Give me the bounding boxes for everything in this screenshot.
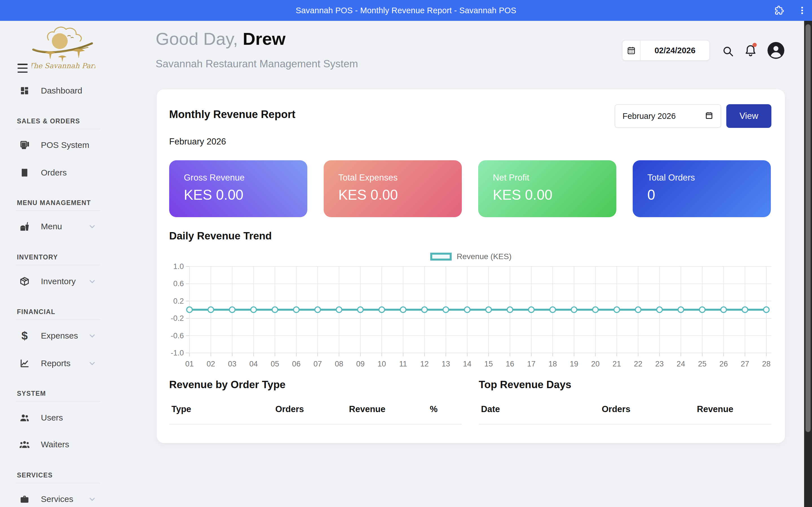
dashboard-icon bbox=[19, 86, 30, 96]
sidebar-item-dashboard[interactable]: Dashboard bbox=[0, 82, 124, 99]
chevron-down-icon bbox=[88, 277, 96, 286]
sidebar-item-pos-system[interactable]: POS System bbox=[0, 136, 124, 154]
table-title: Revenue by Order Type bbox=[169, 379, 462, 391]
sidebar-item-reports[interactable]: Reports bbox=[0, 355, 124, 372]
sidebar-item-label: Orders bbox=[41, 168, 67, 177]
sidebar-item-services[interactable]: Services bbox=[0, 491, 124, 507]
people-icon bbox=[19, 412, 30, 423]
package-box-icon bbox=[19, 276, 30, 287]
sidebar-section-system: SYSTEM bbox=[17, 390, 46, 397]
stat-label: Total Expenses bbox=[338, 173, 447, 183]
group-icon bbox=[19, 439, 30, 450]
sidebar-item-label: Expenses bbox=[41, 331, 78, 341]
search-icon[interactable] bbox=[722, 45, 734, 57]
svg-text:0.6: 0.6 bbox=[173, 279, 184, 288]
view-button[interactable]: View bbox=[726, 104, 771, 128]
svg-text:12: 12 bbox=[420, 360, 429, 368]
greeting-prefix: Good Day, bbox=[156, 29, 238, 48]
svg-text:05: 05 bbox=[271, 360, 279, 368]
divider bbox=[16, 265, 100, 265]
line-chart-icon bbox=[19, 358, 30, 369]
chart-title: Daily Revenue Trend bbox=[169, 230, 272, 242]
stat-value: KES 0.00 bbox=[493, 187, 602, 203]
header-date-picker[interactable]: 02/24/2026 bbox=[622, 40, 710, 61]
chevron-down-icon bbox=[88, 332, 96, 340]
svg-text:02: 02 bbox=[207, 360, 215, 368]
svg-text:08: 08 bbox=[335, 360, 343, 368]
month-input-value: February 2026 bbox=[622, 112, 676, 121]
divider bbox=[16, 401, 100, 402]
svg-text:18: 18 bbox=[548, 360, 557, 368]
divider bbox=[16, 320, 100, 320]
month-picker-icon bbox=[705, 111, 713, 121]
browser-titlebar: Savannah POS - Monthly Revenue Report - … bbox=[0, 0, 812, 21]
table-header-row: Date Orders Revenue bbox=[479, 404, 771, 425]
monthly-revenue-report-card: Monthly Revenue Report February 2026 Vie… bbox=[157, 89, 785, 443]
svg-text:-1.0: -1.0 bbox=[170, 349, 184, 357]
user-avatar[interactable] bbox=[767, 42, 784, 59]
svg-text:23: 23 bbox=[655, 360, 664, 368]
browser-menu-icon[interactable] bbox=[797, 5, 808, 16]
svg-text:27: 27 bbox=[741, 360, 749, 368]
svg-text:1.0: 1.0 bbox=[173, 262, 184, 271]
sidebar-item-label: Dashboard bbox=[41, 86, 82, 96]
col-header: Revenue bbox=[326, 404, 408, 414]
month-input[interactable]: February 2026 bbox=[615, 104, 721, 128]
col-header: Date bbox=[481, 404, 571, 414]
sidebar-item-label: Users bbox=[41, 413, 63, 422]
col-header: Type bbox=[171, 404, 253, 414]
daily-revenue-trend-chart: 1.00.60.2-0.2-0.6-1.00102030405060708091… bbox=[157, 258, 785, 377]
sidebar-item-waiters[interactable]: Waiters bbox=[0, 436, 124, 453]
svg-text:16: 16 bbox=[506, 360, 514, 368]
divider bbox=[16, 210, 100, 211]
sidebar-section-financial: FINANCIAL bbox=[17, 308, 56, 316]
svg-text:28: 28 bbox=[762, 360, 770, 368]
sidebar-item-label: POS System bbox=[41, 140, 89, 150]
sidebar-item-expenses[interactable]: $ Expenses bbox=[0, 327, 124, 344]
sidebar-section-menu-management: MENU MANAGEMENT bbox=[17, 199, 91, 207]
greeting: Good Day, Drew bbox=[156, 29, 286, 49]
notification-dot bbox=[753, 43, 757, 47]
svg-text:19: 19 bbox=[570, 360, 578, 368]
sidebar-item-orders[interactable]: Orders bbox=[0, 164, 124, 181]
col-header: Orders bbox=[571, 404, 661, 414]
stat-cards: Gross Revenue KES 0.00 Total Expenses KE… bbox=[169, 160, 771, 217]
sidebar-section-services: SERVICES bbox=[17, 471, 53, 479]
revenue-by-order-type-table: Revenue by Order Type Type Orders Revenu… bbox=[169, 379, 462, 425]
report-title: Monthly Revenue Report bbox=[169, 108, 296, 121]
svg-text:06: 06 bbox=[292, 360, 301, 368]
sidebar-item-label: Menu bbox=[41, 222, 62, 231]
svg-text:25: 25 bbox=[698, 360, 707, 368]
scrollbar-thumb[interactable] bbox=[806, 24, 811, 432]
stat-label: Gross Revenue bbox=[184, 173, 293, 183]
sidebar-item-label: Services bbox=[41, 494, 73, 504]
scrollbar-track[interactable] bbox=[804, 21, 812, 507]
table-header-row: Type Orders Revenue % bbox=[169, 404, 462, 425]
svg-text:10: 10 bbox=[377, 360, 386, 368]
extensions-icon[interactable] bbox=[774, 5, 784, 16]
notifications-bell-icon[interactable] bbox=[744, 44, 757, 57]
sidebar-item-menu[interactable]: Menu bbox=[0, 218, 124, 235]
svg-text:14: 14 bbox=[463, 360, 471, 368]
hamburger-menu-icon[interactable] bbox=[17, 64, 28, 73]
chevron-down-icon bbox=[88, 222, 96, 231]
stat-card-total-expenses: Total Expenses KES 0.00 bbox=[324, 160, 462, 217]
chevron-down-icon bbox=[88, 359, 96, 368]
svg-text:26: 26 bbox=[719, 360, 728, 368]
svg-text:01: 01 bbox=[185, 360, 194, 368]
header-date-value: 02/24/2026 bbox=[641, 46, 709, 55]
divider bbox=[16, 129, 100, 129]
sidebar-item-inventory[interactable]: Inventory bbox=[0, 273, 124, 290]
col-header: Orders bbox=[253, 404, 326, 414]
sidebar-item-label: Waiters bbox=[41, 440, 69, 449]
top-revenue-days-table: Top Revenue Days Date Orders Revenue bbox=[479, 379, 771, 425]
receipt-icon bbox=[19, 167, 30, 178]
sidebar-item-users[interactable]: Users bbox=[0, 409, 124, 426]
calendar-icon bbox=[622, 41, 641, 60]
savannah-park-logo: The Savannah Park bbox=[32, 24, 95, 72]
svg-text:24: 24 bbox=[677, 360, 685, 368]
stat-value: KES 0.00 bbox=[338, 187, 447, 203]
svg-text:17: 17 bbox=[527, 360, 536, 368]
report-month-label: February 2026 bbox=[169, 136, 226, 147]
fastfood-icon bbox=[19, 221, 30, 232]
